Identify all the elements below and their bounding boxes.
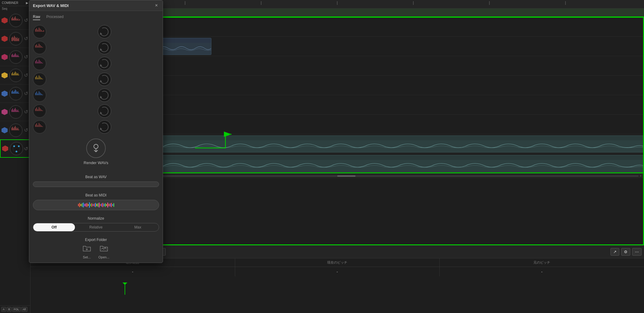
- dialog-title: Export WAV & MIDI: [33, 3, 69, 8]
- normalize-section: Normalize Off Relative Max: [33, 216, 159, 232]
- hex-icon-1: [1, 17, 8, 24]
- svg-point-83: [16, 151, 17, 153]
- seq-label: Seq: [0, 6, 30, 11]
- sidebar-item-2[interactable]: ↺: [0, 30, 30, 48]
- beat-midi-pattern[interactable]: [33, 200, 159, 210]
- waveform-col-right: [98, 25, 159, 134]
- rotate-icon-7: ↺: [23, 127, 29, 134]
- waveform-row-3: [33, 57, 94, 70]
- processed-circle-3: [98, 57, 111, 70]
- waveform-row-2: [33, 41, 94, 54]
- normalize-toggle: Off Relative Max: [33, 223, 159, 232]
- processed-row-2: [98, 41, 159, 54]
- waveform-circle-8: [10, 142, 23, 155]
- detail-values-row: - - -: [30, 267, 644, 276]
- processed-row-7: [98, 120, 159, 134]
- set-folder-label: Set...: [83, 255, 91, 259]
- open-folder-button[interactable]: Open...: [98, 245, 109, 259]
- detail-playback-area: [30, 276, 644, 313]
- svg-marker-172: [122, 282, 127, 285]
- dialog-titlebar: Export WAV & MIDI ×: [29, 0, 163, 11]
- normalize-label: Normalize: [33, 216, 159, 221]
- svg-marker-45: [2, 91, 8, 97]
- normalize-max[interactable]: Max: [117, 223, 159, 231]
- normalize-off[interactable]: Off: [33, 223, 75, 231]
- sidebar-item-1[interactable]: ↺: [0, 11, 30, 30]
- mini-wf-circle-1: [33, 25, 46, 38]
- detail-value-range: -: [30, 267, 235, 276]
- svg-marker-34: [2, 72, 8, 78]
- processed-row-1: [98, 25, 159, 38]
- bottom-tabs: A B FOL All: [0, 305, 30, 313]
- folder-buttons: Set... Open...: [33, 245, 159, 259]
- playback-cursor-icon: [122, 282, 128, 295]
- sidebar-item-3[interactable]: ↺: [0, 48, 30, 66]
- tab-all[interactable]: All: [21, 307, 27, 312]
- processed-circle-1: [98, 25, 111, 38]
- waveform-circle-3: [9, 50, 23, 64]
- dialog-body: Raw Processed: [29, 11, 163, 263]
- dialog-close-button[interactable]: ×: [154, 3, 159, 8]
- waveform-rows: [33, 25, 159, 134]
- set-folder-button[interactable]: Set...: [83, 245, 91, 259]
- mini-wf-circle-2: [33, 41, 46, 54]
- waveform-row-7: [33, 120, 94, 134]
- waveform-circle-1: [9, 14, 23, 27]
- normalize-relative[interactable]: Relative: [75, 223, 117, 231]
- app-container: COMBINER ▶ Seq: [0, 0, 644, 313]
- sidebar-item-5[interactable]: ↺: [0, 85, 30, 103]
- sidebar-combiner[interactable]: COMBINER ▶: [0, 0, 30, 6]
- render-wavs-icon: [86, 139, 106, 158]
- mini-wf-circle-6: [33, 104, 46, 118]
- toolbar-more-btn[interactable]: ⋯: [632, 248, 642, 256]
- waveform-circle-2: [9, 32, 23, 45]
- waveform-circle-6: [9, 105, 23, 119]
- hex-icon-5: [1, 90, 8, 97]
- tab-processed[interactable]: Processed: [46, 15, 64, 20]
- set-folder-icon: [83, 245, 91, 254]
- hex-icon-6: [1, 109, 8, 115]
- toolbar-settings-btn[interactable]: ⚙: [621, 248, 630, 256]
- mini-wf-circle-5: [33, 88, 46, 102]
- combiner-arrow-icon: ▶: [26, 1, 28, 5]
- waveform-row-1: [33, 25, 94, 38]
- processed-circle-6: [98, 104, 111, 118]
- sidebar-item-7[interactable]: ↺: [0, 121, 30, 139]
- processed-circle-2: [98, 41, 111, 54]
- hex-icon-2: [1, 35, 8, 42]
- open-folder-label: Open...: [98, 255, 109, 259]
- beat-wav-label: Beat as WAV: [33, 175, 159, 179]
- processed-circle-7: [98, 120, 111, 134]
- sidebar-item-4[interactable]: ↺: [0, 66, 30, 85]
- rotate-icon-5: ↺: [23, 90, 29, 97]
- svg-point-81: [13, 146, 15, 147]
- processed-row-5: [98, 88, 159, 102]
- beat-wav-button[interactable]: [33, 182, 159, 187]
- tab-raw[interactable]: Raw: [33, 15, 40, 20]
- tab-fol[interactable]: FOL: [12, 307, 21, 312]
- mini-wf-circle-4: [33, 73, 46, 86]
- detail-col-original-pitch: 元のピッチ: [440, 258, 644, 267]
- svg-marker-12: [2, 36, 8, 42]
- scroll-thumb[interactable]: [337, 175, 356, 177]
- tab-a[interactable]: A: [1, 307, 6, 312]
- sidebar-item-8[interactable]: ↺: [0, 139, 30, 158]
- export-folder-section: Export Folder Set...: [33, 238, 159, 259]
- svg-point-79: [11, 143, 22, 154]
- processed-circle-5: [98, 88, 111, 102]
- scroll-plus[interactable]: +: [640, 174, 642, 178]
- sidebar-item-6[interactable]: ↺: [0, 103, 30, 121]
- dialog-tabs: Raw Processed: [33, 15, 159, 20]
- tab-b[interactable]: B: [7, 307, 12, 312]
- rotate-icon-2: ↺: [23, 35, 29, 42]
- open-folder-icon: [100, 245, 108, 254]
- detail-value-current-pitch: -: [235, 267, 440, 276]
- hex-icon-4: [1, 72, 8, 79]
- combiner-label: COMBINER: [2, 1, 18, 5]
- processed-circle-4: [98, 73, 111, 86]
- svg-point-82: [18, 146, 20, 147]
- processed-row-3: [98, 57, 159, 70]
- waveform-circle-5: [9, 87, 23, 100]
- toolbar-external-btn[interactable]: ↗: [610, 248, 619, 256]
- hex-icon-7: [1, 127, 8, 134]
